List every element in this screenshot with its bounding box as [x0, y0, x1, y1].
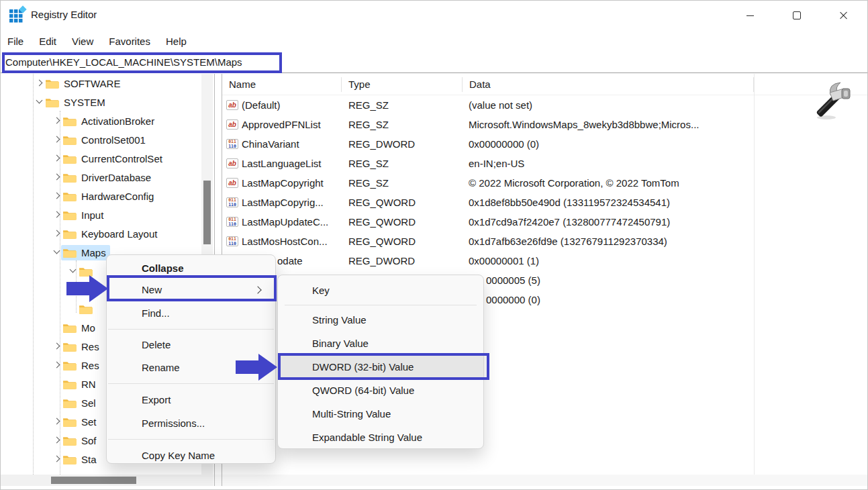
- value-type: REG_SZ: [342, 158, 463, 169]
- folder-icon: [62, 247, 77, 258]
- address-bar[interactable]: Computer\HKEY_LOCAL_MACHINE\SYSTEM\Maps: [1, 52, 867, 73]
- tree-item-label: SYSTEM: [64, 97, 105, 108]
- chevron-right-icon[interactable]: [52, 341, 62, 352]
- menu-edit[interactable]: Edit: [39, 33, 56, 50]
- submenu-item-qword-value[interactable]: QWORD (64-bit) Value: [278, 379, 483, 402]
- chevron-right-icon[interactable]: [52, 115, 62, 126]
- value-name-fragment: odate: [277, 255, 303, 266]
- menu-view[interactable]: View: [72, 33, 93, 50]
- menu-item-new[interactable]: New: [107, 278, 275, 301]
- column-header-name[interactable]: Name: [222, 77, 342, 92]
- tree-item-controlset001[interactable]: ControlSet001: [1, 130, 201, 149]
- tree-item-label: SOFTWARE: [64, 78, 120, 89]
- chevron-right-icon[interactable]: [52, 228, 62, 239]
- menu-item-find[interactable]: Find...: [107, 301, 275, 325]
- value-row[interactable]: 011110ChinaVariant REG_DWORD 0x00000000 …: [222, 134, 868, 154]
- tree-item-label: Keyboard Layout: [81, 228, 157, 240]
- chevron-right-icon[interactable]: [52, 191, 62, 201]
- chevron-right-icon[interactable]: [52, 172, 62, 183]
- value-type: REG_DWORD: [342, 138, 463, 150]
- tree-item-activationbroker[interactable]: ActivationBroker: [1, 111, 201, 130]
- submenu-item-dword-value[interactable]: DWORD (32-bit) Value: [278, 355, 483, 379]
- maximize-button[interactable]: [773, 1, 820, 30]
- chevron-right-icon[interactable]: [52, 134, 62, 145]
- tree-item-software[interactable]: SOFTWARE: [1, 74, 201, 93]
- chevron-right-icon[interactable]: [52, 209, 62, 220]
- chevron-right-icon[interactable]: [34, 78, 45, 89]
- column-divider: [754, 74, 755, 475]
- folder-icon: [62, 153, 77, 164]
- close-button[interactable]: [820, 1, 867, 30]
- menu-help[interactable]: Help: [166, 33, 187, 50]
- submenu-item-string-value[interactable]: String Value: [278, 308, 483, 332]
- chevron-right-icon[interactable]: [52, 454, 62, 464]
- dword-value-icon: 011110: [226, 139, 238, 149]
- string-value-icon: ab: [226, 119, 238, 130]
- title-bar: Registry Editor: [1, 1, 867, 30]
- tree-item-input[interactable]: Input: [1, 205, 201, 224]
- submenu-item-binary-value[interactable]: Binary Value: [278, 332, 483, 355]
- value-row-partially-hidden[interactable]: odate REG_DWORD 0x00000001 (1): [222, 251, 868, 271]
- value-row[interactable]: abApprovedPFNList REG_SZ Microsoft.Windo…: [222, 115, 868, 134]
- maximize-icon: [793, 11, 801, 19]
- chevron-right-icon[interactable]: [52, 435, 62, 446]
- value-row[interactable]: 011110LastMosHostCon... REG_QWORD 0x1d7a…: [222, 232, 868, 251]
- tree-horizontal-scrollbar[interactable]: [1, 475, 213, 486]
- tree-item-label: Res: [81, 360, 99, 371]
- value-row[interactable]: 011110LastMapCopyrig... REG_QWORD 0x1d8e…: [222, 193, 868, 212]
- folder-icon: [62, 379, 77, 390]
- chevron-down-icon[interactable]: [34, 97, 45, 107]
- value-row[interactable]: abLastLanguageList REG_SZ en-IN;en-US: [222, 154, 868, 173]
- folder-icon: [62, 341, 77, 352]
- scrollbar-thumb[interactable]: [51, 477, 136, 484]
- submenu-item-key[interactable]: Key: [278, 279, 483, 301]
- chevron-right-icon[interactable]: [52, 360, 62, 371]
- window-title: Registry Editor: [31, 9, 97, 20]
- scrollbar-thumb[interactable]: [203, 181, 211, 244]
- value-row[interactable]: abLastMapCopyright REG_SZ © 2022 Microso…: [222, 173, 868, 193]
- annotation-arrow-icon: [66, 274, 109, 303]
- submenu-item-multi-string-value[interactable]: Multi-String Value: [278, 402, 483, 426]
- folder-icon: [62, 228, 77, 240]
- tree-item-driverdatabase[interactable]: DriverDatabase: [1, 168, 201, 187]
- menu-item-export[interactable]: Export: [107, 388, 275, 411]
- minimize-icon: [746, 15, 754, 16]
- chevron-down-icon[interactable]: [52, 247, 62, 258]
- folder-icon: [62, 454, 77, 465]
- chevron-right-icon[interactable]: [52, 153, 62, 164]
- string-value-icon: ab: [226, 158, 238, 168]
- annotation-arrow-icon: [236, 352, 279, 382]
- menu-item-permissions[interactable]: Permissions...: [107, 411, 275, 435]
- submenu-item-expandable-string-value[interactable]: Expandable String Value: [278, 426, 483, 449]
- new-submenu: Key String Value Binary Value DWORD (32-…: [277, 275, 484, 449]
- value-data-fragment: 0000000 (0): [463, 294, 868, 305]
- chevron-right-icon[interactable]: [52, 416, 62, 427]
- tree-item-hardwareconfig[interactable]: HardwareConfig: [1, 187, 201, 205]
- hammer-cursor-icon: [812, 80, 853, 124]
- value-data: © 2022 Microsoft Corporation, © 2022 Tom…: [463, 177, 868, 189]
- value-row[interactable]: 011110LastMapUpdateC... REG_QWORD 0x1d7c…: [222, 212, 868, 232]
- menu-separator: [285, 305, 477, 305]
- menu-file[interactable]: File: [7, 33, 23, 50]
- menu-item-copy-key-name[interactable]: Copy Key Name: [107, 444, 275, 467]
- tree-item-system[interactable]: SYSTEM: [1, 93, 201, 111]
- tree-item-label: Res: [81, 341, 99, 352]
- folder-icon: [62, 191, 77, 202]
- value-name: (Default): [242, 99, 281, 111]
- value-data: (value not set): [463, 99, 868, 111]
- menu-item-collapse[interactable]: Collapse: [107, 258, 275, 278]
- tree-item-label: Sel: [81, 397, 96, 409]
- value-row[interactable]: ab(Default) REG_SZ (value not set): [222, 95, 868, 115]
- folder-icon: [62, 115, 77, 127]
- tree-item-keyboard-layout[interactable]: Keyboard Layout: [1, 224, 201, 243]
- qword-value-icon: 011110: [226, 236, 238, 246]
- column-header-type[interactable]: Type: [342, 77, 463, 92]
- value-type: REG_SZ: [342, 177, 463, 189]
- minimize-button[interactable]: [726, 1, 773, 30]
- tree-item[interactable]: Wa: [1, 469, 201, 475]
- menu-favorites[interactable]: Favorites: [109, 33, 150, 50]
- tree-item-currentcontrolset[interactable]: CurrentControlSet: [1, 149, 201, 168]
- menu-separator: [108, 439, 274, 440]
- value-type: REG_QWORD: [342, 216, 463, 228]
- column-header-data[interactable]: Data: [463, 77, 754, 92]
